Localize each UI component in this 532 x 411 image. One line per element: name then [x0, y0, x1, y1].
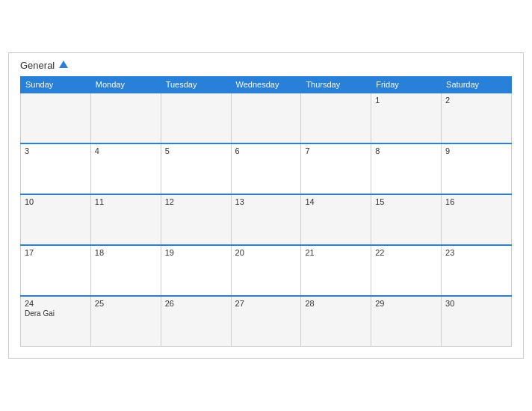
day-number: 23: [445, 248, 507, 257]
day-number: 22: [375, 248, 437, 257]
day-number: 27: [235, 299, 297, 308]
calendar-week-row: 10111213141516: [21, 194, 512, 245]
calendar-cell: 5: [161, 143, 231, 194]
calendar-container: General Sunday Monday Tuesday Wednesday …: [8, 52, 524, 359]
day-number: 13: [235, 197, 297, 206]
day-number: 15: [375, 197, 437, 206]
day-number: 9: [445, 146, 507, 155]
calendar-cell: 3: [21, 143, 91, 194]
day-number: 4: [95, 146, 157, 155]
calendar-cell: 14: [301, 194, 371, 245]
event-text: Dera Gai: [25, 309, 87, 318]
calendar-cell: 15: [371, 194, 442, 245]
day-number: 8: [375, 146, 437, 155]
day-number: 24: [25, 299, 87, 308]
calendar-cell: [161, 93, 231, 143]
weekday-header-row: Sunday Monday Tuesday Wednesday Thursday…: [21, 76, 512, 93]
calendar-cell: 26: [161, 296, 231, 347]
calendar-cell: 6: [231, 143, 301, 194]
header-monday: Monday: [90, 76, 161, 93]
calendar-cell: 2: [442, 93, 512, 143]
calendar-week-row: 3456789: [21, 143, 512, 194]
calendar-cell: 23: [442, 245, 512, 296]
calendar-cell: 7: [301, 143, 371, 194]
day-number: 6: [235, 146, 297, 155]
header-friday: Friday: [371, 76, 442, 93]
calendar-cell: 27: [231, 296, 301, 347]
day-number: 18: [95, 248, 157, 257]
calendar-cell: 8: [371, 143, 442, 194]
day-number: 19: [165, 248, 227, 257]
calendar-cell: 22: [371, 245, 442, 296]
logo-triangle-icon: [59, 61, 68, 68]
calendar-header: General: [20, 61, 512, 70]
calendar-cell: 10: [21, 194, 91, 245]
calendar-cell: 25: [90, 296, 161, 347]
logo-general-text: General: [20, 61, 68, 70]
day-number: 29: [375, 299, 437, 308]
day-number: 11: [95, 197, 157, 206]
calendar-cell: 21: [301, 245, 371, 296]
day-number: 10: [25, 197, 87, 206]
calendar-cell: 17: [21, 245, 91, 296]
day-number: 1: [375, 96, 437, 105]
day-number: 14: [305, 197, 367, 206]
header-sunday: Sunday: [21, 76, 91, 93]
logo: General: [20, 61, 68, 70]
calendar-cell: 16: [442, 194, 512, 245]
calendar-body: 123456789101112131415161718192021222324D…: [21, 93, 512, 347]
header-thursday: Thursday: [301, 76, 371, 93]
calendar-cell: 12: [161, 194, 231, 245]
header-saturday: Saturday: [442, 76, 512, 93]
calendar-table: Sunday Monday Tuesday Wednesday Thursday…: [20, 76, 512, 347]
calendar-cell: 30: [442, 296, 512, 347]
calendar-cell: 29: [371, 296, 442, 347]
day-number: 5: [165, 146, 227, 155]
day-number: 25: [95, 299, 157, 308]
calendar-week-row: 12: [21, 93, 512, 143]
header-wednesday: Wednesday: [231, 76, 301, 93]
calendar-cell: 4: [90, 143, 161, 194]
day-number: 28: [305, 299, 367, 308]
day-number: 2: [445, 96, 507, 105]
calendar-week-row: 24Dera Gai252627282930: [21, 296, 512, 347]
calendar-cell: 28: [301, 296, 371, 347]
calendar-cell: [90, 93, 161, 143]
day-number: 26: [165, 299, 227, 308]
calendar-cell: 13: [231, 194, 301, 245]
day-number: 21: [305, 248, 367, 257]
calendar-cell: 24Dera Gai: [21, 296, 91, 347]
calendar-week-row: 17181920212223: [21, 245, 512, 296]
day-number: 30: [445, 299, 507, 308]
calendar-cell: 9: [442, 143, 512, 194]
calendar-cell: 20: [231, 245, 301, 296]
day-number: 16: [445, 197, 507, 206]
header-tuesday: Tuesday: [161, 76, 231, 93]
day-number: 7: [305, 146, 367, 155]
calendar-cell: [301, 93, 371, 143]
calendar-cell: [231, 93, 301, 143]
calendar-cell: 1: [371, 93, 442, 143]
calendar-cell: 18: [90, 245, 161, 296]
day-number: 12: [165, 197, 227, 206]
day-number: 3: [25, 146, 87, 155]
day-number: 20: [235, 248, 297, 257]
calendar-cell: [21, 93, 91, 143]
calendar-thead: Sunday Monday Tuesday Wednesday Thursday…: [21, 76, 512, 93]
day-number: 17: [25, 248, 87, 257]
calendar-cell: 11: [90, 194, 161, 245]
calendar-cell: 19: [161, 245, 231, 296]
